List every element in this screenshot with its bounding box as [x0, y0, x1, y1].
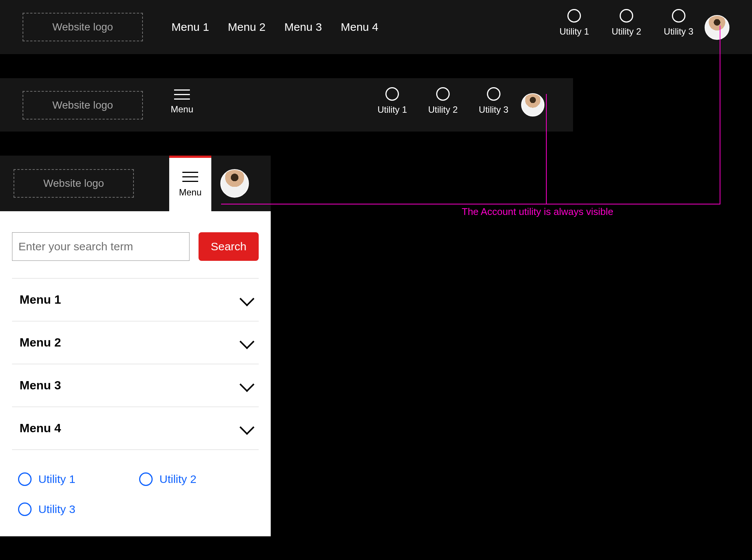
account-avatar[interactable]: [705, 15, 729, 40]
utility-label: Utility 2: [428, 104, 458, 115]
utility-link[interactable]: Utility 3: [18, 502, 132, 516]
utility-label: Utility 2: [612, 26, 641, 37]
annotation-line: [546, 94, 547, 204]
search-button[interactable]: Search: [199, 232, 259, 261]
annotation-line: [221, 204, 720, 204]
chevron-down-icon: [240, 334, 255, 349]
account-avatar[interactable]: [220, 169, 249, 198]
mobile-menu-accordion: Menu 1 Menu 2 Menu 3 Menu 4: [12, 278, 259, 450]
nav-mobile-bar: Website logo Menu: [0, 156, 271, 211]
nav-desktop-utilities: Utility 1 Utility 2 Utility 3: [559, 9, 693, 37]
account-avatar[interactable]: [521, 93, 544, 117]
utility-label: Utility 3: [38, 503, 75, 516]
utility-item[interactable]: Utility 3: [479, 87, 508, 115]
utility-label: Utility 1: [559, 26, 589, 37]
circle-icon: [436, 87, 450, 101]
mobile-menu-label: Menu 4: [20, 421, 61, 435]
mobile-menu-label: Menu 2: [20, 336, 61, 350]
logo-placeholder: Website logo: [23, 91, 143, 120]
logo-label: Website logo: [52, 21, 113, 33]
mobile-menu-panel: Search Menu 1 Menu 2 Menu 3 Menu 4: [0, 211, 271, 536]
utility-label: Utility 3: [664, 26, 693, 37]
circle-icon: [487, 87, 500, 101]
mobile-menu-item[interactable]: Menu 4: [12, 407, 259, 450]
mobile-menu-label: Menu 1: [20, 293, 61, 307]
utility-label: Utility 3: [479, 104, 508, 115]
chevron-down-icon: [240, 377, 255, 392]
circle-icon: [139, 472, 153, 486]
circle-icon: [385, 87, 399, 101]
menu-toggle-label: Menu: [171, 104, 193, 115]
menu-toggle-button-active[interactable]: Menu: [169, 156, 211, 211]
mobile-utilities: Utility 1 Utility 2 Utility 3: [0, 450, 271, 525]
logo-placeholder: Website logo: [14, 169, 134, 198]
nav-menu-item[interactable]: Menu 1: [171, 21, 209, 33]
utility-item[interactable]: Utility 1: [559, 9, 589, 37]
mobile-menu-item[interactable]: Menu 1: [12, 278, 259, 321]
logo-label: Website logo: [52, 99, 113, 111]
nav-menu-item[interactable]: Menu 2: [228, 21, 265, 33]
mobile-menu-label: Menu 3: [20, 378, 61, 392]
nav-menu-item[interactable]: Menu 4: [341, 21, 378, 33]
nav-tablet: Website logo Menu Utility 1 Utility 2 Ut…: [0, 78, 573, 132]
nav-tablet-utilities: Utility 1 Utility 2 Utility 3: [378, 87, 508, 115]
nav-menu-item[interactable]: Menu 3: [284, 21, 322, 33]
search-input[interactable]: [12, 232, 190, 261]
utility-item[interactable]: Utility 2: [428, 87, 458, 115]
circle-icon: [567, 9, 581, 23]
logo-label: Website logo: [43, 177, 104, 189]
hamburger-icon: [182, 172, 198, 182]
chevron-down-icon: [240, 420, 255, 435]
utility-item[interactable]: Utility 3: [664, 9, 693, 37]
chevron-down-icon: [240, 291, 255, 306]
circle-icon: [18, 472, 32, 486]
search-row: Search: [0, 211, 271, 278]
circle-icon: [18, 502, 32, 516]
utility-item[interactable]: Utility 1: [378, 87, 407, 115]
mobile-menu-item[interactable]: Menu 3: [12, 364, 259, 407]
utility-label: Utility 1: [38, 473, 75, 486]
utility-link[interactable]: Utility 1: [18, 472, 132, 486]
mobile-menu-item[interactable]: Menu 2: [12, 321, 259, 364]
circle-icon: [672, 9, 685, 23]
annotation-text: The Account utility is always visible: [462, 206, 613, 218]
nav-desktop: Website logo Menu 1 Menu 2 Menu 3 Menu 4…: [0, 0, 752, 54]
circle-icon: [620, 9, 633, 23]
utility-item[interactable]: Utility 2: [612, 9, 641, 37]
utility-link[interactable]: Utility 2: [139, 472, 253, 486]
utility-label: Utility 1: [378, 104, 407, 115]
nav-mobile: Website logo Menu Search Menu 1 Menu 2 M…: [0, 156, 271, 536]
menu-toggle-button[interactable]: Menu: [171, 89, 193, 115]
menu-toggle-label: Menu: [179, 187, 202, 198]
logo-placeholder: Website logo: [23, 13, 143, 41]
hamburger-icon: [174, 89, 190, 100]
nav-desktop-menus: Menu 1 Menu 2 Menu 3 Menu 4: [171, 0, 378, 54]
utility-label: Utility 2: [159, 473, 196, 486]
annotation-line: [720, 26, 720, 204]
